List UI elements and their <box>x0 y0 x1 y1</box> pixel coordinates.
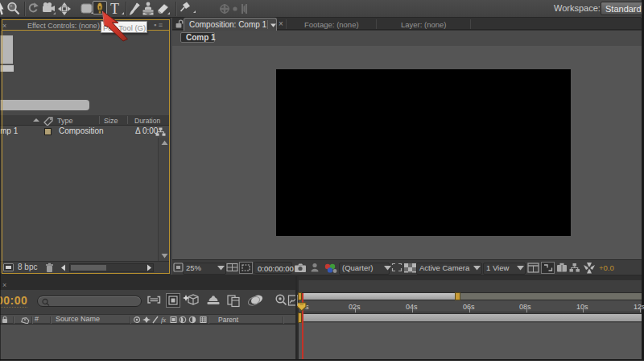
svg-text:fx: fx <box>161 316 166 324</box>
